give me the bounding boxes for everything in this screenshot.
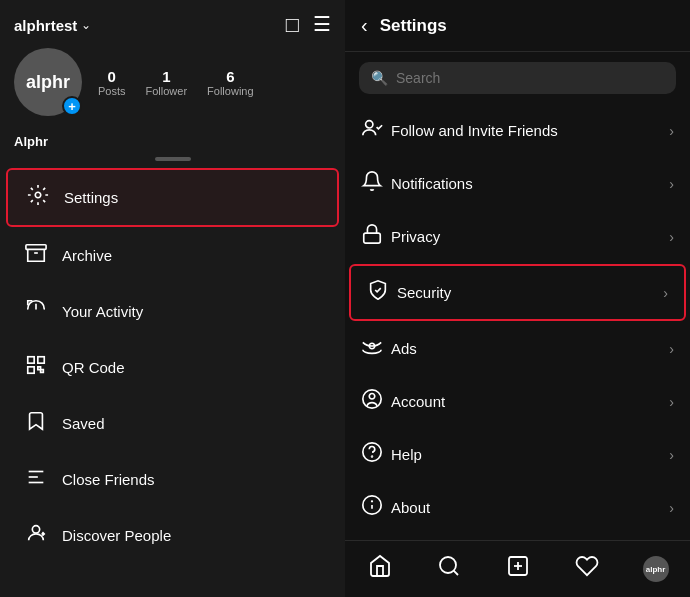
add-icon[interactable]: □	[286, 12, 299, 38]
chevron-down-icon[interactable]: ⌄	[81, 18, 91, 32]
chevron-right-icon: ›	[669, 123, 674, 139]
close-friends-icon	[24, 466, 48, 493]
avatar-initials: alphr	[26, 72, 70, 93]
sidebar-item-close-friends[interactable]: Close Friends	[6, 452, 339, 507]
profile-name: Alphr	[0, 134, 345, 157]
posts-label: Posts	[98, 85, 126, 97]
followers-count: 1	[162, 68, 170, 85]
settings-label-notifications: Notifications	[391, 175, 669, 192]
settings-label-account: Account	[391, 393, 669, 410]
svg-point-15	[372, 456, 373, 457]
settings-label-privacy: Privacy	[391, 228, 669, 245]
chevron-right-icon: ›	[669, 394, 674, 410]
settings-label-security: Security	[397, 284, 663, 301]
search-input[interactable]	[396, 70, 664, 86]
settings-header: ‹ Settings	[345, 0, 690, 52]
drag-handle	[155, 157, 191, 161]
nav-search[interactable]	[429, 551, 469, 587]
discover-icon	[24, 522, 48, 549]
settings-label-follow: Follow and Invite Friends	[391, 122, 669, 139]
sidebar-item-archive[interactable]: Archive	[6, 228, 339, 283]
svg-point-14	[363, 443, 381, 461]
back-button[interactable]: ‹	[361, 14, 368, 37]
avatar-container: alphr +	[14, 48, 82, 116]
add-post-icon	[506, 554, 530, 584]
activity-icon	[24, 298, 48, 325]
sidebar-item-your-activity[interactable]: Your Activity	[6, 284, 339, 339]
settings-list: Follow and Invite Friends › Notification…	[345, 104, 690, 540]
svg-rect-3	[38, 357, 44, 363]
settings-item-account[interactable]: Account ›	[345, 375, 690, 428]
settings-item-notifications[interactable]: Notifications ›	[345, 157, 690, 210]
menu-icon[interactable]: ☰	[313, 12, 331, 38]
chevron-right-icon: ›	[669, 229, 674, 245]
nav-likes[interactable]	[567, 551, 607, 587]
follow-icon	[361, 117, 391, 144]
right-panel: ‹ Settings 🔍 Follow and Invite Friends ›	[345, 0, 690, 597]
svg-point-8	[32, 526, 39, 533]
following-count: 6	[226, 68, 234, 85]
sidebar-item-saved[interactable]: Saved	[6, 396, 339, 451]
search-bar[interactable]: 🔍	[359, 62, 676, 94]
bottom-nav: alphr	[345, 540, 690, 597]
settings-item-about[interactable]: About ›	[345, 481, 690, 534]
sidebar-item-settings[interactable]: Settings	[6, 168, 339, 227]
nav-add[interactable]	[498, 551, 538, 587]
nav-profile[interactable]: alphr	[636, 551, 676, 587]
followers-label: Follower	[146, 85, 188, 97]
sidebar-item-discover[interactable]: Discover People	[6, 508, 339, 563]
sidebar-item-label-close-friends: Close Friends	[62, 471, 155, 488]
settings-label-about: About	[391, 499, 669, 516]
heart-icon	[575, 554, 599, 584]
add-avatar-button[interactable]: +	[62, 96, 82, 116]
notifications-icon	[361, 170, 391, 197]
chevron-right-icon: ›	[669, 500, 674, 516]
sidebar-item-label-settings: Settings	[64, 189, 118, 206]
sidebar-item-label-discover: Discover People	[62, 527, 171, 544]
home-icon	[368, 554, 392, 584]
settings-label-help: Help	[391, 446, 669, 463]
profile-header: alphrtest ⌄ □ ☰ alphr + 0 Posts 1	[0, 0, 345, 134]
followers-stat: 1 Follower	[146, 68, 188, 97]
qr-icon	[24, 354, 48, 381]
sidebar-item-label-archive: Archive	[62, 247, 112, 264]
chevron-right-icon: ›	[663, 285, 668, 301]
settings-icon	[26, 184, 50, 211]
svg-rect-4	[28, 367, 34, 373]
username: alphrtest	[14, 17, 77, 34]
sidebar-item-qr-code[interactable]: QR Code	[6, 340, 339, 395]
account-icon	[361, 388, 391, 415]
search-nav-icon	[437, 554, 461, 584]
svg-point-19	[440, 557, 456, 573]
svg-line-20	[453, 571, 457, 575]
profile-avatar-text: alphr	[646, 565, 666, 574]
help-icon	[361, 441, 391, 468]
chevron-right-icon: ›	[669, 447, 674, 463]
settings-item-follow[interactable]: Follow and Invite Friends ›	[345, 104, 690, 157]
svg-point-0	[35, 192, 41, 198]
svg-rect-1	[26, 245, 46, 250]
settings-item-privacy[interactable]: Privacy ›	[345, 210, 690, 263]
nav-home[interactable]	[360, 551, 400, 587]
chevron-right-icon: ›	[669, 341, 674, 357]
svg-rect-10	[364, 233, 381, 243]
stats-row: 0 Posts 1 Follower 6 Following	[98, 68, 254, 97]
chevron-right-icon: ›	[669, 176, 674, 192]
following-label: Following	[207, 85, 253, 97]
search-icon: 🔍	[371, 70, 388, 86]
sidebar-item-label-saved: Saved	[62, 415, 105, 432]
profile-avatar-nav: alphr	[643, 556, 669, 582]
sidebar-item-label-qr: QR Code	[62, 359, 125, 376]
svg-rect-2	[28, 357, 34, 363]
left-panel: alphrtest ⌄ □ ☰ alphr + 0 Posts 1	[0, 0, 345, 597]
posts-stat: 0 Posts	[98, 68, 126, 97]
settings-item-ads[interactable]: Ads ›	[345, 322, 690, 375]
about-icon	[361, 494, 391, 521]
sidebar-item-label-activity: Your Activity	[62, 303, 143, 320]
settings-item-security[interactable]: Security ›	[349, 264, 686, 321]
archive-icon	[24, 242, 48, 269]
security-icon	[367, 279, 397, 306]
settings-item-help[interactable]: Help ›	[345, 428, 690, 481]
menu-list: Settings Archive Your Acti	[0, 167, 345, 597]
settings-label-ads: Ads	[391, 340, 669, 357]
